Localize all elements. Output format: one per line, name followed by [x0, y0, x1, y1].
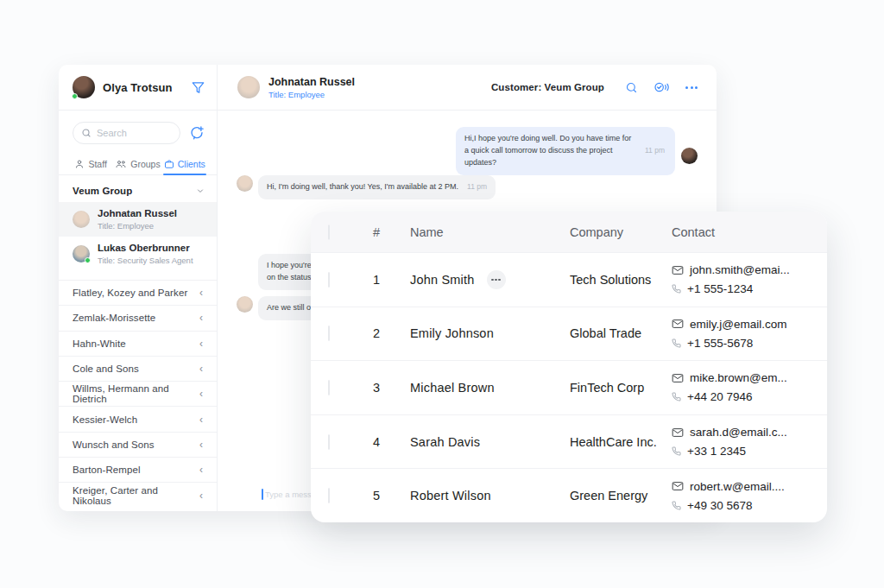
chat-header: Johnatan Russel Title: Employee Customer… — [218, 65, 717, 111]
company-item[interactable]: Kreiger, Carter and Nikolaus‹ — [59, 482, 217, 507]
contact-name: John Smith — [410, 273, 475, 287]
avatar — [237, 76, 260, 98]
chevron-left-icon: ‹ — [199, 490, 203, 501]
chat-search-button[interactable] — [620, 81, 642, 94]
company-name: Wunsch and Sons — [73, 439, 199, 450]
column-header-num: # — [373, 225, 410, 239]
company-item[interactable]: Zemlak-Morissette‹ — [59, 305, 217, 330]
message-incoming: Hi, I'm doing well, thank you! Yes, I'm … — [237, 175, 496, 199]
envelope-icon — [672, 319, 684, 329]
text-cursor — [262, 489, 263, 500]
column-header-contact: Contact — [672, 225, 827, 239]
company-item[interactable]: Cole and Sons‹ — [59, 356, 217, 381]
company-item[interactable]: Hahn-White‹ — [59, 331, 217, 356]
column-header-company: Company — [570, 225, 672, 239]
contact-phone: +49 30 5678 — [687, 499, 752, 512]
column-header-name: Name — [410, 225, 570, 239]
company-name: Barton-Rempel — [73, 465, 199, 475]
group-header-veum[interactable]: Veum Group — [59, 179, 217, 202]
table-row[interactable]: 4 Sarah Davis HealthCare Inc. sarah.d@em… — [311, 414, 827, 469]
company-name: Willms, Hermann and Dietrich — [73, 383, 199, 404]
company-name: Kessier-Welch — [73, 414, 199, 425]
sidebar: Olya Trotsun — [59, 65, 218, 511]
search-input[interactable] — [97, 128, 172, 138]
row-num: 4 — [373, 435, 410, 449]
row-menu-button[interactable] — [487, 270, 506, 289]
people-icon — [115, 159, 127, 169]
read-status-button[interactable] — [651, 80, 673, 94]
avatar — [73, 76, 95, 98]
chevron-left-icon: ‹ — [199, 389, 203, 399]
company-name: Global Trade — [570, 326, 672, 340]
row-checkbox[interactable] — [328, 326, 330, 341]
avatar — [681, 148, 698, 164]
company-item[interactable]: Wunsch and Sons‹ — [59, 432, 217, 457]
chat-peer-title: Title: Employee — [268, 90, 355, 99]
online-status-dot — [72, 93, 78, 99]
tab-clients-label: Clients — [178, 159, 205, 169]
search-icon — [625, 81, 638, 94]
funnel-icon — [192, 81, 205, 94]
row-checkbox[interactable] — [328, 380, 330, 395]
table-row[interactable]: 2 Emily Johnson Global Trade emily.j@ema… — [311, 307, 827, 361]
contact-phone: +44 20 7946 — [687, 390, 752, 403]
row-checkbox[interactable] — [328, 434, 330, 450]
contact-name: Lukas Oberbrunner — [98, 242, 193, 256]
ellipsis-icon — [685, 86, 698, 89]
tab-clients[interactable]: Clients — [161, 154, 208, 174]
tab-groups-label: Groups — [130, 159, 160, 169]
table-row[interactable]: 5 Robert Wilson Green Energy robert.w@em… — [311, 468, 827, 522]
table-row[interactable]: 1 John Smith Tech Solutions john.smith@e… — [311, 252, 827, 307]
phone-icon — [672, 284, 681, 294]
chevron-left-icon: ‹ — [199, 288, 203, 298]
contact-name: Johnatan Russel — [98, 207, 177, 221]
table-row[interactable]: 3 Michael Brown FinTech Corp mike.brown@… — [311, 360, 827, 414]
row-num: 3 — [373, 381, 410, 395]
select-all-checkbox[interactable] — [328, 224, 330, 240]
table-header-row: # Name Company Contact — [311, 212, 827, 252]
chevron-down-icon — [196, 187, 205, 195]
contact-email: robert.w@email.... — [690, 480, 785, 493]
contact-phone: +1 555-5678 — [687, 337, 753, 350]
row-num: 5 — [373, 489, 410, 503]
message-text: Hi,I hope you're doing well. Do you have… — [464, 134, 631, 167]
contact-name: Michael Brown — [410, 381, 495, 395]
more-options-button[interactable] — [682, 78, 701, 97]
contact-phone: +1 555-1234 — [687, 282, 753, 295]
new-chat-button[interactable] — [189, 125, 205, 141]
avatar — [73, 211, 90, 228]
company-item[interactable]: Willms, Hermann and Dietrich‹ — [59, 381, 217, 406]
contact-email: emily.j@email.com — [690, 318, 786, 331]
company-name: Zemlak-Morissette — [73, 313, 199, 323]
search-box[interactable] — [73, 122, 180, 144]
envelope-icon — [672, 265, 684, 275]
row-checkbox[interactable] — [328, 488, 330, 503]
message-time: 11 pm — [467, 181, 487, 193]
chevron-left-icon: ‹ — [199, 364, 203, 374]
chevron-left-icon: ‹ — [199, 465, 203, 475]
new-chat-icon — [189, 125, 205, 141]
company-item[interactable]: Barton-Rempel‹ — [59, 457, 217, 482]
chevron-left-icon: ‹ — [199, 313, 203, 323]
contact-item-lukas[interactable]: Lukas Oberbrunner Title: Security Sales … — [59, 237, 217, 271]
chevron-left-icon: ‹ — [199, 338, 203, 349]
company-name: Cole and Sons — [73, 364, 199, 374]
contact-item-johnatan[interactable]: Johnatan Russel Title: Employee — [59, 202, 217, 237]
group-name: Veum Group — [73, 186, 196, 196]
person-icon — [74, 159, 85, 169]
row-checkbox[interactable] — [328, 272, 330, 288]
phone-icon — [672, 446, 681, 456]
company-item[interactable]: Kessier-Welch‹ — [59, 406, 217, 431]
tab-staff[interactable]: Staff — [67, 154, 114, 174]
chevron-left-icon: ‹ — [199, 414, 203, 425]
filter-button[interactable] — [192, 81, 205, 94]
row-num: 2 — [373, 326, 410, 340]
company-name: Flatley, Kozey and Parker — [73, 288, 199, 298]
tab-groups[interactable]: Groups — [114, 154, 161, 174]
message-outgoing: Hi,I hope you're doing well. Do you have… — [456, 127, 675, 175]
phone-icon — [672, 338, 681, 348]
contact-title: Title: Employee — [98, 221, 177, 231]
contact-name: Robert Wilson — [410, 489, 491, 503]
company-item[interactable]: Flatley, Kozey and Parker‹ — [59, 280, 217, 305]
user-name: Olya Trotsun — [103, 81, 184, 94]
